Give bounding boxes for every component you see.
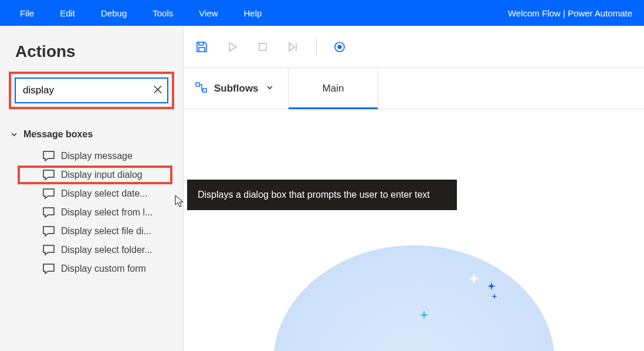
message-box-icon — [42, 207, 55, 218]
action-tooltip: Displays a dialog box that prompts the u… — [187, 180, 457, 210]
message-box-icon — [42, 225, 55, 237]
canvas[interactable] — [184, 109, 644, 351]
action-label: Display custom form — [61, 264, 146, 274]
sparkle-icon — [419, 310, 429, 322]
actions-title: Actions — [0, 38, 183, 72]
action-display-message[interactable]: Display message — [18, 147, 172, 166]
sparkle-icon — [492, 292, 497, 301]
action-label: Display select folder... — [61, 245, 152, 255]
menu-tools[interactable]: Tools — [140, 2, 186, 24]
tab-label: Main — [323, 83, 344, 95]
chevron-down-icon — [266, 83, 274, 93]
search-box[interactable] — [15, 77, 168, 103]
category-message-boxes: Message boxes Display message Display in… — [0, 126, 183, 278]
action-list: Display message Display input dialog Dis… — [11, 147, 172, 278]
category-title: Message boxes — [23, 129, 93, 140]
search-input[interactable] — [16, 79, 167, 102]
message-box-icon — [42, 263, 55, 275]
action-label: Display input dialog — [61, 170, 143, 180]
svg-rect-0 — [259, 43, 266, 50]
svg-rect-4 — [196, 83, 199, 86]
record-button[interactable] — [332, 39, 347, 55]
tabs-bar: Subflows Main — [184, 68, 644, 109]
action-display-select-folder[interactable]: Display select folder... — [18, 241, 172, 259]
menubar-items: File Edit Debug Tools View Help — [7, 2, 274, 24]
action-label: Display select file di... — [61, 226, 151, 237]
stop-button[interactable] — [255, 39, 270, 55]
menu-edit[interactable]: Edit — [47, 2, 88, 24]
menubar: File Edit Debug Tools View Help Welcom F… — [0, 0, 644, 26]
menu-help[interactable]: Help — [231, 2, 275, 24]
toolbar-divider — [316, 38, 317, 56]
sparkle-icon — [487, 282, 496, 292]
message-box-icon — [42, 188, 55, 200]
action-label: Display select from l... — [61, 207, 152, 218]
action-display-select-from-list[interactable]: Display select from l... — [18, 203, 172, 222]
run-button[interactable] — [225, 39, 240, 55]
svg-rect-5 — [203, 89, 206, 92]
actions-sidebar: Actions Message boxes — [0, 26, 184, 351]
menu-file[interactable]: File — [7, 2, 47, 24]
tooltip-text: Displays a dialog box that prompts the u… — [198, 190, 430, 200]
clear-icon[interactable] — [153, 85, 162, 96]
toolbar — [184, 26, 644, 68]
category-header[interactable]: Message boxes — [11, 126, 172, 143]
chevron-down-icon — [11, 131, 18, 138]
svg-point-3 — [338, 45, 342, 49]
tab-main[interactable]: Main — [289, 68, 379, 109]
menu-view[interactable]: View — [186, 2, 231, 24]
action-display-select-file-dialog[interactable]: Display select file di... — [18, 222, 172, 241]
action-label: Display message — [61, 151, 133, 161]
action-display-input-dialog[interactable]: Display input dialog — [18, 166, 172, 184]
action-display-custom-form[interactable]: Display custom form — [18, 259, 172, 278]
message-box-icon — [42, 150, 55, 162]
action-display-select-date[interactable]: Display select date... — [18, 184, 172, 203]
subflows-label: Subflows — [214, 83, 259, 95]
message-box-icon — [42, 169, 55, 181]
subflows-icon — [195, 82, 207, 95]
search-highlight-box — [9, 72, 174, 109]
step-button[interactable] — [286, 39, 301, 55]
menu-debug[interactable]: Debug — [88, 2, 140, 24]
window-title: Welcom Flow | Power Automate — [508, 8, 637, 18]
action-label: Display select date... — [61, 188, 148, 199]
cloud-illustration — [273, 245, 555, 351]
save-button[interactable] — [194, 39, 209, 55]
subflows-dropdown[interactable]: Subflows — [184, 68, 289, 109]
sparkle-icon — [469, 274, 479, 286]
message-box-icon — [42, 244, 55, 256]
